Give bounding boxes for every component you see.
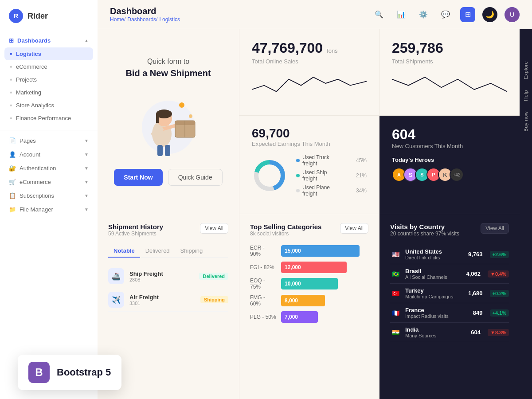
tab-delivered[interactable]: Delivered	[140, 245, 175, 257]
bootstrap-badge: B Bootstrap 5	[18, 355, 121, 390]
sidebar-item-store-analytics[interactable]: Store Analytics	[0, 99, 98, 112]
user-avatar[interactable]: U	[505, 7, 520, 22]
sidebar-item-account[interactable]: 👤 Account ▼	[0, 148, 98, 161]
shipment-view-all[interactable]: View All	[200, 223, 228, 234]
sales-chart	[252, 70, 367, 97]
bar-fill-3: 8,000	[281, 295, 325, 306]
explore-button[interactable]: Explore	[520, 56, 531, 85]
sidebar-item-filemanager[interactable]: 📁 File Manager ▼	[0, 203, 98, 216]
country-info-1: Brasil All Social Channels	[405, 268, 462, 280]
total-shipments-label: Total Shipments	[392, 58, 507, 65]
search-button[interactable]: 🔍	[372, 7, 387, 22]
country-num-3: 849	[473, 309, 483, 316]
bar-rows: ECR - 90% 15,000 FGI - 82% 12,000 EOQ - …	[250, 245, 368, 323]
dashboards-group[interactable]: ⊞ Dashboards ▲	[0, 34, 98, 47]
bar-label-0: ECR - 90%	[250, 245, 277, 257]
bar-fill-0: 15,000	[281, 245, 360, 257]
shipment-row-2: ✈️ Air Freight 3301 Shipping	[108, 288, 228, 312]
sidebar-item-marketing[interactable]: Marketing	[0, 86, 98, 99]
quick-guide-button[interactable]: Quick Guide	[168, 169, 223, 186]
selling-title: Top Selling Categories	[250, 223, 321, 231]
country-name-1: Brasil	[405, 268, 462, 274]
ship-info-1: Ship Freight 2808	[129, 270, 194, 282]
customers-card: 604 New Customers This Month Today's Her…	[379, 116, 520, 214]
flag-0: 🇺🇸	[390, 250, 401, 258]
hero-subtitle: Bid a New Shipment	[125, 68, 211, 78]
country-row-0: 🇺🇸 United States Direct link clicks 9,76…	[390, 245, 509, 264]
top-row: Quick form to Bid a New Shipment	[98, 29, 520, 214]
bottom-row: Shipment History 59 Active Shipments Vie…	[98, 214, 520, 399]
analytics-button[interactable]: 📊	[394, 7, 409, 22]
total-shipments-number: 259,786	[392, 40, 507, 56]
bar-row-4: PLG - 50% 7,000	[250, 311, 368, 323]
customers-label: New Customers This Month	[392, 143, 507, 149]
heroes-avatars: A S S P K +42	[392, 168, 507, 182]
grid-view-button[interactable]: ⊞	[460, 7, 475, 22]
earnings-card: 69,700 Expected Earnings This Month	[239, 116, 379, 214]
country-source-0: Direct link clicks	[405, 255, 464, 260]
plane-pct: 34%	[356, 188, 367, 194]
svg-point-4	[189, 114, 192, 118]
selling-header: Top Selling Categories 8k social visitor…	[250, 223, 368, 243]
country-source-3: Impact Radius visits	[405, 313, 469, 319]
header: Dashboard Home/ Dashboards/ Logistics 🔍 …	[98, 0, 532, 29]
hero-buttons: Start Now Quick Guide	[114, 169, 222, 186]
ship-id-1: 2808	[129, 277, 194, 282]
bootstrap-label: Bootstrap 5	[57, 367, 111, 378]
pages-icon: 📄	[9, 137, 16, 144]
earnings-number: 69,700	[252, 126, 367, 141]
settings-button[interactable]: ⚙️	[416, 7, 431, 22]
bar-label-4: PLG - 50%	[250, 314, 277, 320]
sidebar-item-authentication[interactable]: 🔐 Authentication ▼	[0, 161, 98, 175]
dashboard-body: Quick form to Bid a New Shipment	[98, 29, 532, 399]
visits-header: Visits by Country 20 countries share 97%…	[390, 223, 509, 243]
shipments-chart	[392, 70, 507, 97]
help-button[interactable]: Help	[520, 85, 531, 106]
country-row-3: 🇫🇷 France Impact Radius visits 849 +4.1%	[390, 303, 509, 323]
bar-wrap-1: 12,000	[281, 262, 368, 273]
country-name-4: India	[405, 326, 466, 333]
breadcrumb-current: Logistics	[159, 16, 180, 23]
sidebar-item-ecommerce-top[interactable]: 🛒 eCommerce ▼	[0, 175, 98, 189]
bar-wrap-3: 8,000	[281, 295, 368, 306]
country-rows: 🇺🇸 United States Direct link clicks 9,76…	[390, 245, 509, 342]
visits-title: Visits by Country	[390, 223, 459, 231]
tab-shipping[interactable]: Shipping	[175, 245, 208, 257]
bar-fill-4: 7,000	[281, 311, 318, 323]
total-sales-card: 47,769,700 Tons Total Online Sales	[239, 29, 379, 116]
flag-3: 🇫🇷	[390, 309, 401, 317]
svg-rect-14	[157, 145, 163, 156]
sidebar-item-projects[interactable]: Projects	[0, 73, 98, 86]
sidebar-item-subscriptions[interactable]: 📋 Subscriptions ▼	[0, 189, 98, 203]
app-name: Rider	[27, 12, 48, 21]
dashboards-title: ⊞ Dashboards	[9, 37, 51, 44]
start-now-button[interactable]: Start Now	[114, 169, 162, 186]
sidebar-item-logistics[interactable]: Logistics	[4, 47, 93, 60]
dashboards-chevron: ▲	[84, 38, 89, 43]
selling-view-all[interactable]: View All	[340, 223, 368, 234]
sidebar-item-finance[interactable]: Finance Performance	[0, 112, 98, 125]
country-change-4: ▼8.3%	[488, 329, 509, 336]
svg-text:K: K	[443, 172, 447, 178]
bar-fill-2: 10,000	[281, 278, 338, 289]
file-icon: 📁	[9, 206, 16, 213]
svg-rect-8	[156, 114, 159, 123]
hero-title: Quick form to	[147, 58, 189, 66]
country-info-3: France Impact Radius visits	[405, 307, 469, 319]
visits-view-all[interactable]: View All	[481, 223, 509, 234]
sidebar-item-pages[interactable]: 📄 Pages ▼	[0, 134, 98, 148]
shipment-header: Shipment History 59 Active Shipments Vie…	[108, 223, 228, 243]
chat-button[interactable]: 💬	[438, 7, 453, 22]
buy-now-button[interactable]: Buy now	[520, 106, 531, 137]
total-shipments-card: 259,786 Total Shipments	[379, 29, 520, 116]
tab-notable[interactable]: Notable	[108, 245, 140, 258]
sidebar-item-ecommerce[interactable]: eCommerce	[0, 60, 98, 73]
ecom-icon: 🛒	[9, 179, 16, 185]
country-source-2: Mailchimp Campaigns	[405, 294, 464, 299]
bar-wrap-4: 7,000	[281, 311, 368, 323]
dark-mode-toggle[interactable]: 🌙	[482, 7, 497, 22]
header-right: 🔍 📊 ⚙️ 💬 ⊞ 🌙 U	[372, 7, 520, 22]
ship-status-1: Delivered	[199, 273, 228, 280]
country-name-0: United States	[405, 248, 464, 255]
bar-label-2: EOQ - 75%	[250, 278, 277, 290]
